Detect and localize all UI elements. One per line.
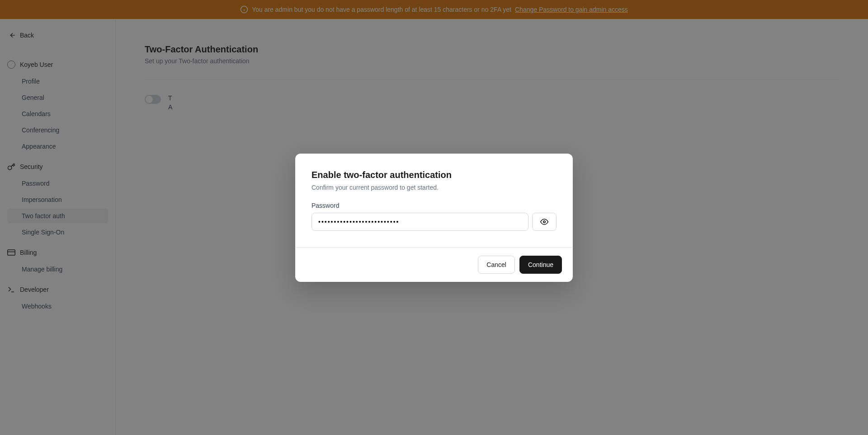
toggle-password-visibility-button[interactable] bbox=[532, 213, 557, 231]
eye-icon bbox=[540, 218, 548, 226]
cancel-button[interactable]: Cancel bbox=[478, 256, 515, 274]
password-label: Password bbox=[311, 202, 557, 209]
password-input[interactable] bbox=[311, 213, 528, 231]
modal-subtitle: Confirm your current password to get sta… bbox=[311, 184, 557, 191]
continue-button[interactable]: Continue bbox=[519, 256, 562, 274]
modal-overlay[interactable]: Enable two-factor authentication Confirm… bbox=[0, 0, 868, 435]
modal-title: Enable two-factor authentication bbox=[311, 170, 557, 180]
svg-point-7 bbox=[543, 220, 546, 223]
enable-2fa-modal: Enable two-factor authentication Confirm… bbox=[295, 154, 573, 282]
